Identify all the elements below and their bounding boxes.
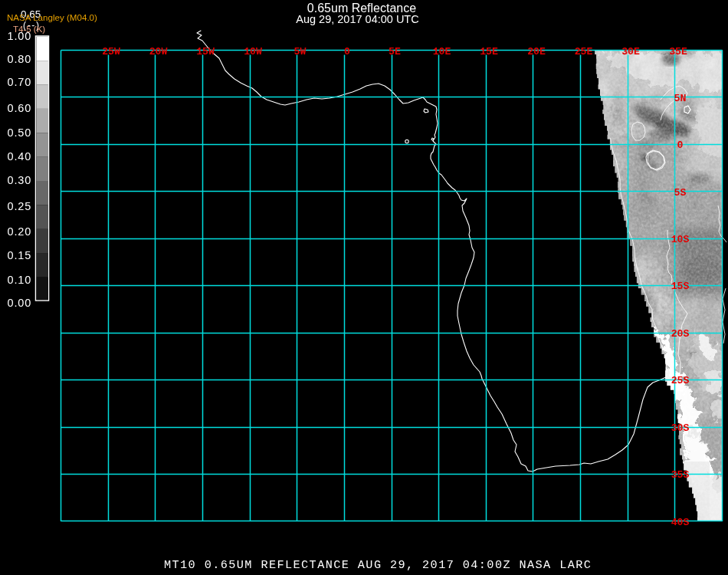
svg-text:40S: 40S [671, 517, 690, 528]
svg-text:15W: 15W [196, 46, 215, 58]
svg-text:30S: 30S [671, 422, 690, 434]
svg-text:20S: 20S [671, 328, 690, 340]
svg-text:10S: 10S [671, 234, 690, 245]
svg-text:0: 0 [344, 46, 350, 58]
svg-text:T4-5 (K): T4-5 (K) [13, 25, 45, 34]
svg-text:0.30: 0.30 [8, 174, 31, 186]
svg-text:25W: 25W [102, 46, 120, 58]
svg-text:20W: 20W [149, 46, 168, 58]
svg-text:10W: 10W [244, 46, 262, 58]
svg-text:0.20: 0.20 [8, 225, 31, 238]
svg-text:0.40: 0.40 [8, 150, 31, 163]
svg-text:0: 0 [677, 140, 684, 151]
svg-text:30E: 30E [621, 46, 640, 58]
svg-text:5S: 5S [674, 187, 687, 199]
svg-text:NASA Langley (M04.0): NASA Langley (M04.0) [7, 12, 97, 22]
svg-text:5N: 5N [674, 93, 687, 104]
svg-text:Aug 29, 2017 04:00 UTC: Aug 29, 2017 04:00 UTC [296, 13, 418, 25]
svg-text:0.25: 0.25 [8, 200, 31, 212]
svg-text:MT10 0.65UM REFLECTANCE AUG: MT10 0.65UM REFLECTANCE AUG 29, 2017 04:… [164, 558, 592, 572]
svg-text:5E: 5E [389, 46, 401, 58]
svg-text:0.80: 0.80 [8, 53, 31, 65]
svg-text:25S: 25S [671, 375, 690, 386]
svg-text:0.10: 0.10 [8, 274, 31, 286]
svg-text:35S: 35S [671, 469, 690, 481]
svg-text:10E: 10E [433, 46, 451, 58]
svg-text:35E: 35E [669, 46, 687, 58]
svg-text:0.50: 0.50 [8, 127, 31, 139]
svg-text:20E: 20E [527, 46, 546, 58]
svg-text:15E: 15E [480, 46, 498, 58]
svg-text:0.15: 0.15 [8, 249, 31, 261]
svg-text:5W: 5W [294, 46, 307, 58]
svg-text:0.60: 0.60 [8, 102, 31, 114]
svg-text:15S: 15S [671, 281, 690, 292]
svg-text:0.70: 0.70 [8, 76, 31, 88]
svg-text:25E: 25E [575, 46, 593, 58]
svg-text:0.00: 0.00 [8, 297, 31, 309]
